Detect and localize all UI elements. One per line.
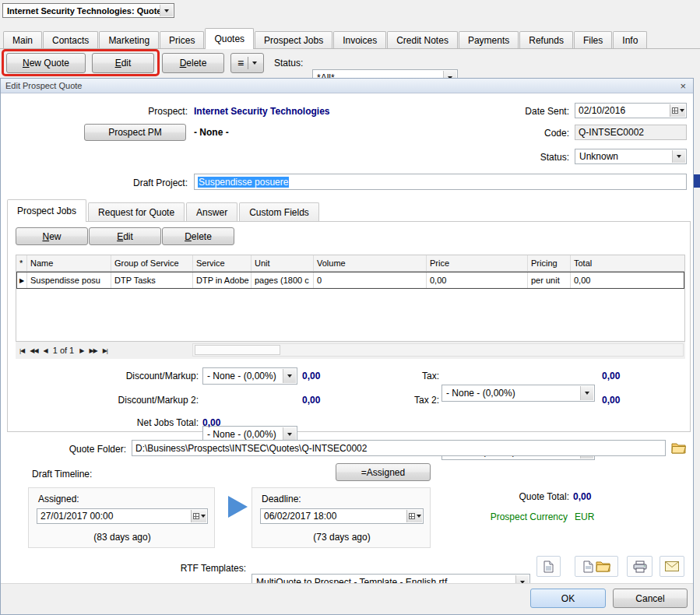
cell-pricing[interactable]: per unit	[528, 272, 571, 289]
cell-price[interactable]: 0,00	[427, 272, 528, 289]
tab-main[interactable]: Main	[3, 31, 42, 48]
status-filter-label: Status:	[274, 53, 303, 73]
column-header-pricing[interactable]: Pricing	[528, 255, 571, 271]
assigned-preset-button[interactable]: =Assigned	[336, 463, 431, 481]
tax2-amount: 0,00	[602, 392, 620, 409]
quote-tab-bar: Prospect Jobs Request for Quote Answer C…	[7, 199, 321, 221]
draft-project-input[interactable]: Suspendisse posuere	[194, 174, 687, 190]
pager-prev-button[interactable]: ◀	[44, 347, 47, 354]
tax-select[interactable]: - None - (0,00%)	[441, 385, 595, 402]
pager-fast-next-button[interactable]: ▶▶	[89, 347, 97, 354]
column-header-name[interactable]: Name	[27, 255, 111, 271]
prospect-label: Prospect:	[79, 104, 188, 118]
tab-prospect-jobs[interactable]: Prospect Jobs	[255, 31, 332, 48]
jobs-pager-bar: |◀ ◀◀ ◀ 1 of 1 ▶ ▶▶ ▶|	[16, 342, 685, 359]
quote-folder-input[interactable]: D:\Business\Prospects\INTSEC\Quotes\Q-IN…	[132, 440, 666, 456]
discount-markup-value: - None - (0,00%)	[207, 371, 276, 381]
tab-prospect-jobs-inner[interactable]: Prospect Jobs	[7, 199, 86, 222]
chevron-down-icon[interactable]	[672, 150, 685, 163]
prospect-currency-value: EUR	[575, 510, 594, 524]
discount-markup-label: Discount/Markup:	[39, 367, 199, 385]
date-sent-input[interactable]: 02/10/2016	[575, 103, 687, 118]
column-header-service[interactable]: Service	[193, 255, 252, 271]
cell-total[interactable]: 0,00	[571, 272, 684, 289]
cell-volume[interactable]: 0	[314, 272, 427, 289]
jobs-h-scrollbar[interactable]	[192, 343, 684, 357]
column-header-price[interactable]: Price	[427, 255, 528, 271]
chevron-down-icon[interactable]	[580, 386, 593, 400]
calendar-icon[interactable]	[406, 510, 422, 522]
tab-prices[interactable]: Prices	[160, 31, 204, 48]
pager-next-button[interactable]: ▶	[79, 347, 83, 354]
ok-button[interactable]: OK	[530, 589, 606, 608]
prospect-pm-button[interactable]: Prospect PM	[84, 124, 186, 141]
prospect-pm-value: - None -	[194, 125, 229, 139]
calendar-icon[interactable]	[670, 104, 685, 117]
quote-folder-value: D:\Business\Prospects\INTSEC\Quotes\Q-IN…	[135, 443, 367, 454]
chevron-down-icon	[252, 62, 257, 65]
tab-quotes[interactable]: Quotes	[205, 28, 254, 49]
chevron-down-icon[interactable]	[160, 5, 173, 16]
tax-label: Tax:	[374, 367, 439, 385]
edit-button[interactable]: Edit	[92, 53, 154, 73]
menu-button[interactable]: ≡	[230, 53, 264, 73]
chevron-down-icon[interactable]	[283, 369, 296, 383]
pager-first-button[interactable]: |◀	[19, 347, 24, 354]
close-icon[interactable]: ×	[677, 80, 688, 92]
tax-amount: 0,00	[602, 367, 620, 385]
job-new-button[interactable]: New	[16, 227, 88, 245]
tab-credit-notes[interactable]: Credit Notes	[387, 31, 458, 48]
job-delete-button[interactable]: Delete	[162, 227, 234, 245]
assigned-label: Assigned:	[38, 493, 79, 505]
prospect-jobs-panel: New Edit Delete * Name Group of Service …	[7, 221, 691, 432]
copy-template-button[interactable]	[536, 556, 561, 577]
calendar-icon[interactable]	[191, 510, 206, 522]
cell-group-of-service[interactable]: DTP Tasks	[111, 272, 193, 289]
assigned-date-input[interactable]: 27/01/2017 00:00	[37, 508, 208, 524]
tab-answer[interactable]: Answer	[186, 202, 237, 221]
tab-payments[interactable]: Payments	[459, 31, 519, 48]
cell-unit[interactable]: pages (1800 c	[252, 272, 314, 289]
tab-contacts[interactable]: Contacts	[43, 31, 98, 48]
deadline-date-value: 06/02/2017 18:00	[264, 511, 336, 522]
job-edit-button[interactable]: Edit	[89, 227, 161, 245]
open-folder-button[interactable]	[668, 439, 688, 457]
cell-service[interactable]: DTP in Adobe	[193, 272, 252, 289]
code-label: Code:	[491, 126, 569, 140]
cancel-button[interactable]: Cancel	[613, 589, 688, 608]
column-header-volume[interactable]: Volume	[314, 255, 427, 271]
table-row[interactable]: ▶ Suspendisse posu DTP Tasks DTP in Adob…	[16, 272, 684, 289]
discount-markup-select[interactable]: - None - (0,00%)	[202, 367, 297, 385]
context-selector-value: Internet Security Technologies: Quotes	[7, 6, 167, 16]
tab-custom-fields[interactable]: Custom Fields	[239, 202, 319, 221]
pager-fast-prev-button[interactable]: ◀◀	[30, 347, 37, 354]
new-quote-button[interactable]: New Quote	[6, 53, 86, 73]
tab-files[interactable]: Files	[574, 31, 612, 48]
tab-marketing[interactable]: Marketing	[99, 31, 159, 48]
column-header-indicator[interactable]: *	[16, 255, 27, 271]
column-header-total[interactable]: Total	[571, 255, 684, 271]
cell-name[interactable]: Suspendisse posu	[27, 272, 111, 289]
scrollbar-thumb[interactable]	[195, 345, 280, 355]
print-button[interactable]	[627, 556, 653, 577]
discount-markup-amount: 0,00	[302, 367, 320, 385]
dialog-header: Edit Prospect Quote ×	[1, 79, 693, 93]
email-button[interactable]	[660, 556, 684, 577]
tab-info[interactable]: Info	[613, 31, 647, 48]
context-selector[interactable]: Internet Security Technologies: Quotes	[2, 3, 174, 18]
quote-total-label: Quote Total:	[468, 490, 569, 504]
delete-button[interactable]: Delete	[162, 53, 224, 73]
tab-invoices[interactable]: Invoices	[333, 31, 386, 48]
tab-refunds[interactable]: Refunds	[519, 31, 573, 48]
column-header-unit[interactable]: Unit	[252, 255, 314, 271]
save-template-to-folder-button[interactable]	[575, 556, 618, 577]
column-header-group-of-service[interactable]: Group of Service	[111, 255, 193, 271]
tab-request-for-quote[interactable]: Request for Quote	[88, 202, 185, 221]
deadline-date-input[interactable]: 06/02/2017 18:00	[260, 508, 424, 524]
tax2-label: Tax 2:	[374, 392, 439, 409]
assigned-date-value: 27/01/2017 00:00	[40, 511, 113, 522]
quote-status-select[interactable]: Unknown	[575, 149, 687, 164]
pager-last-button[interactable]: ▶|	[103, 347, 107, 354]
timeline-arrow-icon[interactable]	[228, 496, 248, 518]
deadline-group: Deadline: 06/02/2017 18:00 (73 days ago)	[252, 487, 431, 548]
